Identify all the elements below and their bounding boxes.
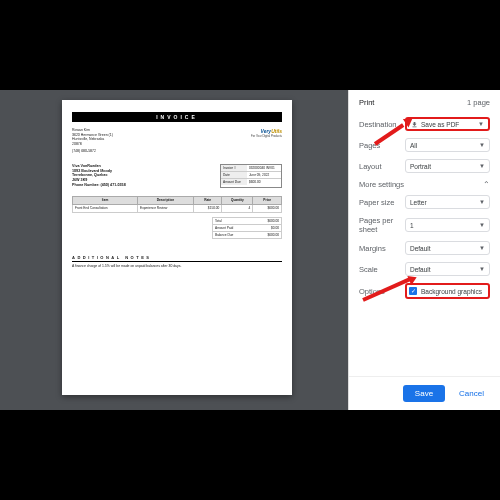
- options-label: Options: [359, 287, 405, 296]
- chevron-down-icon: ▼: [479, 222, 485, 228]
- layout-dropdown[interactable]: Portrait▼: [405, 159, 490, 173]
- invoice-meta: Invoice #032000040 INV01 DateJune 09, 20…: [220, 164, 282, 188]
- paper-size-label: Paper size: [359, 198, 405, 207]
- line-items-table: Item Description Rate Quantity Price Fro…: [72, 196, 282, 213]
- cancel-button[interactable]: Cancel: [453, 385, 490, 402]
- scale-label: Scale: [359, 265, 405, 274]
- layout-label: Layout: [359, 162, 405, 171]
- pages-dropdown[interactable]: All▼: [405, 138, 490, 152]
- panel-footer: Save Cancel: [349, 376, 500, 410]
- paper-size-dropdown[interactable]: Letter▼: [405, 195, 490, 209]
- print-settings-panel: Print 1 page Destination Save as PDF ▼: [348, 90, 500, 410]
- chevron-down-icon: ▼: [478, 121, 484, 127]
- pages-per-sheet-dropdown[interactable]: 1▼: [405, 218, 490, 232]
- bill-to: Viva VonRueden 1092 Boulevard Moody Terr…: [72, 164, 126, 188]
- more-settings-toggle[interactable]: More settings ⌃: [359, 180, 490, 189]
- background-graphics-option[interactable]: ✓ Background graphics: [405, 283, 490, 299]
- totals-box: Total$600.00 Amount Paid$0.00 Balance Du…: [212, 217, 282, 239]
- invoice-title-band: INVOICE: [72, 112, 282, 122]
- brand-block: VeryUtils For Your Digital Products: [251, 128, 282, 154]
- chevron-down-icon: ▼: [479, 245, 485, 251]
- chevron-up-icon: ⌃: [483, 180, 490, 189]
- page-count: 1 page: [467, 98, 490, 107]
- print-preview-pane: INVOICE Rowan Kim 3620 Hermance Green (1…: [0, 90, 348, 410]
- pages-per-sheet-label: Pages per sheet: [359, 216, 405, 234]
- chevron-down-icon: ▼: [479, 266, 485, 272]
- margins-label: Margins: [359, 244, 405, 253]
- scale-dropdown[interactable]: Default▼: [405, 262, 490, 276]
- chevron-down-icon: ▼: [479, 163, 485, 169]
- pages-label: Pages: [359, 141, 405, 150]
- additional-notes: ADDITIONAL NOTES A finance charge of 1.5…: [72, 255, 282, 268]
- checkbox-checked-icon: ✓: [409, 287, 417, 295]
- destination-label: Destination: [359, 120, 405, 129]
- margins-dropdown[interactable]: Default▼: [405, 241, 490, 255]
- chevron-down-icon: ▼: [479, 142, 485, 148]
- letterbox: INVOICE Rowan Kim 3620 Hermance Green (1…: [0, 0, 500, 500]
- chevron-down-icon: ▼: [479, 199, 485, 205]
- table-row: Front End Consultation Experience Review…: [73, 204, 282, 212]
- destination-dropdown[interactable]: Save as PDF ▼: [405, 117, 490, 131]
- invoice-page: INVOICE Rowan Kim 3620 Hermance Green (1…: [62, 100, 292, 395]
- pdf-icon: [411, 121, 418, 128]
- save-button[interactable]: Save: [403, 385, 445, 402]
- print-dialog: INVOICE Rowan Kim 3620 Hermance Green (1…: [0, 90, 500, 410]
- panel-title: Print: [359, 98, 374, 107]
- company-block: Rowan Kim 3620 Hermance Green (1) Huntsv…: [72, 128, 113, 154]
